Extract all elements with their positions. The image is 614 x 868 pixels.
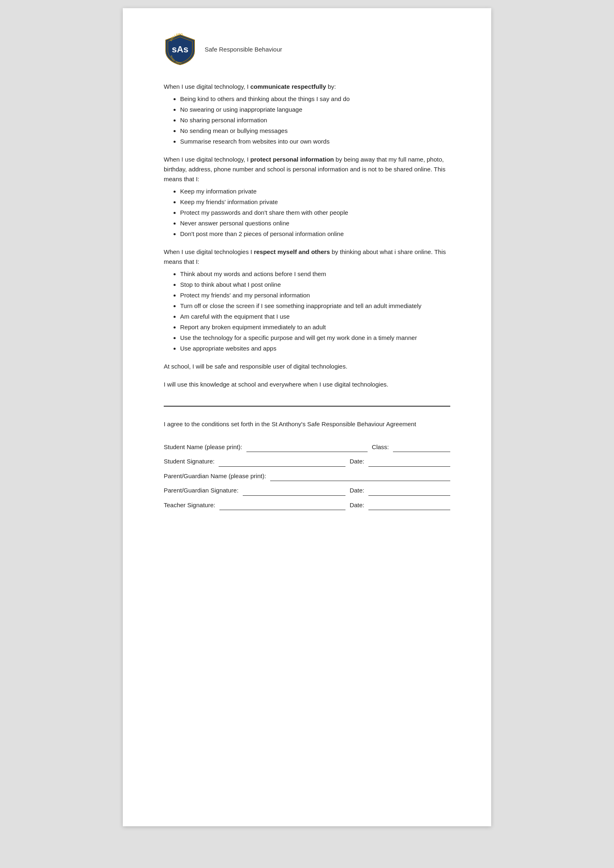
agreement-text: I agree to the conditions set forth in t… — [164, 419, 450, 430]
teacher-date-label: Date: — [350, 500, 364, 510]
parent-name-label: Parent/Guardian Name (please print): — [164, 471, 266, 481]
parent-name-row: Parent/Guardian Name (please print): — [164, 471, 450, 481]
form-fields: Student Name (please print): Class: Stud… — [164, 442, 450, 510]
section-divider — [164, 406, 450, 407]
section-respect-intro: When I use digital technologies I respec… — [164, 247, 450, 267]
parent-signature-input[interactable] — [243, 487, 346, 496]
class-label: Class: — [372, 442, 389, 452]
school-logo: sAs SOLI DEO NOSS · PARK — [164, 33, 196, 65]
svg-text:sAs: sAs — [172, 44, 188, 54]
student-date-label: Date: — [350, 456, 364, 467]
section-protect-list: Keep my information private Keep my frie… — [180, 187, 450, 239]
list-item: Stop to think about what I post online — [180, 280, 450, 290]
header: sAs SOLI DEO NOSS · PARK Safe Responsibl… — [164, 33, 450, 65]
list-item: Protect my friends' and my personal info… — [180, 290, 450, 300]
list-item: No sending mean or bullying messages — [180, 126, 450, 136]
section-respect-list: Think about my words and actions before … — [180, 269, 450, 353]
list-item: No sharing personal information — [180, 115, 450, 125]
parent-date-input[interactable] — [368, 487, 450, 496]
list-item: No swearing or using inappropriate langu… — [180, 105, 450, 115]
student-name-row: Student Name (please print): Class: — [164, 442, 450, 452]
page: sAs SOLI DEO NOSS · PARK Safe Responsibl… — [123, 8, 491, 826]
teacher-signature-label: Teacher Signature: — [164, 500, 215, 510]
parent-date-label: Date: — [350, 485, 364, 496]
list-item: Summarise research from websites into ou… — [180, 137, 450, 146]
parent-signature-label: Parent/Guardian Signature: — [164, 485, 239, 496]
teacher-signature-row: Teacher Signature: Date: — [164, 500, 450, 510]
parent-name-input[interactable] — [270, 472, 450, 481]
list-item: Think about my words and actions before … — [180, 269, 450, 279]
list-item: Protect my passwords and don't share the… — [180, 208, 450, 218]
list-item: Use the technology for a specific purpos… — [180, 333, 450, 343]
list-item: Being kind to others and thinking about … — [180, 94, 450, 104]
student-signature-input[interactable] — [219, 458, 345, 467]
list-item: Don't post more than 2 pieces of persona… — [180, 229, 450, 239]
list-item: Keep my friends' information private — [180, 197, 450, 207]
document-title: Safe Responsible Behaviour — [205, 46, 282, 53]
section-communicate-list: Being kind to others and thinking about … — [180, 94, 450, 146]
section-communicate: When I use digital technology, I communi… — [164, 82, 450, 146]
list-item: Am careful with the equipment that I use — [180, 312, 450, 322]
section-protect: When I use digital technology, I protect… — [164, 155, 450, 239]
list-item: Turn off or close the screen if I see so… — [180, 301, 450, 311]
student-signature-row: Student Signature: Date: — [164, 456, 450, 467]
list-item: Report any broken equipment immediately … — [180, 322, 450, 332]
closing-paragraph-2: I will use this knowledge at school and … — [164, 380, 450, 389]
student-date-input[interactable] — [368, 458, 450, 467]
student-signature-label: Student Signature: — [164, 456, 214, 467]
section-respect: When I use digital technologies I respec… — [164, 247, 450, 353]
agreement-section: I agree to the conditions set forth in t… — [164, 419, 450, 510]
student-name-input[interactable] — [246, 443, 368, 452]
teacher-date-input[interactable] — [368, 501, 450, 510]
class-input[interactable] — [393, 443, 450, 452]
student-name-label: Student Name (please print): — [164, 442, 242, 452]
closing-paragraph-1: At school, I will be safe and responsibl… — [164, 362, 450, 371]
section-protect-intro: When I use digital technology, I protect… — [164, 155, 450, 184]
list-item: Keep my information private — [180, 187, 450, 196]
section-communicate-intro: When I use digital technology, I communi… — [164, 82, 450, 92]
parent-signature-row: Parent/Guardian Signature: Date: — [164, 485, 450, 496]
teacher-signature-input[interactable] — [219, 501, 345, 510]
list-item: Use appropriate websites and apps — [180, 344, 450, 353]
list-item: Never answer personal questions online — [180, 218, 450, 228]
main-content: When I use digital technology, I communi… — [164, 82, 450, 510]
